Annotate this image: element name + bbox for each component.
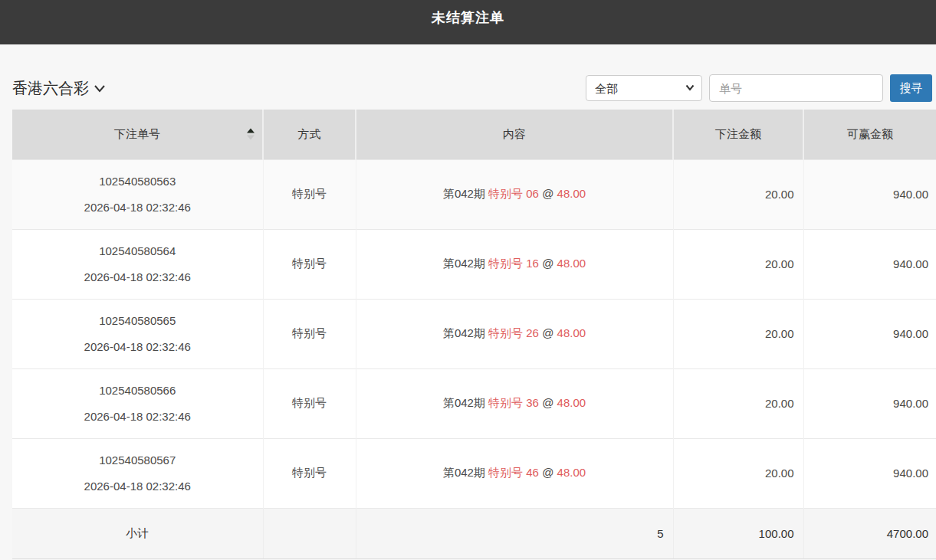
pick-label: 特别号 46 bbox=[488, 466, 539, 479]
odds-value: 48.00 bbox=[557, 396, 586, 409]
win-amount-cell: 940.00 bbox=[803, 229, 936, 299]
bet-id-cell: 102540580564 2026-04-18 02:32:46 bbox=[12, 229, 263, 299]
bet-id: 102540580564 bbox=[12, 238, 263, 264]
search-controls: 全部 搜寻 bbox=[586, 74, 932, 102]
bets-table: 下注单号 方式 内容 下注金额 可赢金额 102540580563 2026-0… bbox=[12, 110, 936, 559]
issue-label: 第042期 bbox=[443, 187, 485, 200]
bet-time: 2026-04-18 02:32:46 bbox=[12, 264, 263, 290]
method-cell: 特别号 bbox=[263, 159, 356, 229]
win-amount-cell: 940.00 bbox=[803, 159, 936, 229]
search-button[interactable]: 搜寻 bbox=[890, 74, 932, 102]
top-bar: 未结算注单 bbox=[0, 0, 936, 44]
filter-select-wrap: 全部 bbox=[586, 75, 702, 101]
odds-value: 48.00 bbox=[557, 257, 586, 270]
at-symbol: @ bbox=[542, 396, 553, 409]
bet-time: 2026-04-18 02:32:46 bbox=[12, 334, 263, 360]
bet-id: 102540580567 bbox=[12, 447, 263, 473]
subtotal-method-cell bbox=[263, 508, 356, 558]
pick-label: 特别号 36 bbox=[488, 396, 539, 409]
bet-id-cell: 102540580567 2026-04-18 02:32:46 bbox=[12, 438, 263, 508]
method-cell: 特别号 bbox=[263, 368, 356, 438]
at-symbol: @ bbox=[542, 326, 553, 339]
issue-label: 第042期 bbox=[443, 396, 485, 409]
filter-select[interactable]: 全部 bbox=[586, 75, 702, 101]
issue-label: 第042期 bbox=[443, 466, 485, 479]
bet-id-cell: 102540580566 2026-04-18 02:32:46 bbox=[12, 368, 263, 438]
subtotal-win-amount: 4700.00 bbox=[803, 508, 936, 558]
page-title: 未结算注单 bbox=[432, 8, 504, 27]
lottery-name: 香港六合彩 bbox=[12, 78, 89, 99]
content-cell: 第042期 特别号 26 @ 48.00 bbox=[356, 299, 673, 368]
content-cell: 第042期 特别号 06 @ 48.00 bbox=[356, 159, 673, 229]
column-header-bet-id-label: 下注单号 bbox=[114, 127, 160, 140]
bet-amount-cell: 20.00 bbox=[673, 368, 803, 438]
win-amount-cell: 940.00 bbox=[803, 368, 936, 438]
method-cell: 特别号 bbox=[263, 229, 356, 299]
bet-time: 2026-04-18 02:32:46 bbox=[12, 473, 263, 499]
bet-amount-cell: 20.00 bbox=[673, 299, 803, 368]
bet-id: 102540580566 bbox=[12, 378, 263, 404]
table-row: 102540580565 2026-04-18 02:32:46 特别号 第04… bbox=[12, 299, 936, 368]
chevron-down-icon bbox=[94, 84, 106, 93]
bet-id: 102540580563 bbox=[12, 169, 263, 195]
table-row: 102540580564 2026-04-18 02:32:46 特别号 第04… bbox=[12, 229, 936, 299]
bet-time: 2026-04-18 02:32:46 bbox=[12, 404, 263, 430]
bet-amount-cell: 20.00 bbox=[673, 438, 803, 508]
table-row: 102540580567 2026-04-18 02:32:46 特别号 第04… bbox=[12, 438, 936, 508]
lottery-selector[interactable]: 香港六合彩 bbox=[12, 78, 106, 99]
bet-time: 2026-04-18 02:32:46 bbox=[12, 195, 263, 221]
sort-icon[interactable] bbox=[247, 129, 255, 140]
column-header-bet-id[interactable]: 下注单号 bbox=[12, 110, 263, 159]
toolbar: 香港六合彩 全部 搜寻 bbox=[12, 74, 932, 102]
odds-value: 48.00 bbox=[557, 466, 586, 479]
issue-label: 第042期 bbox=[443, 326, 485, 339]
table-row: 102540580566 2026-04-18 02:32:46 特别号 第04… bbox=[12, 368, 936, 438]
method-cell: 特别号 bbox=[263, 299, 356, 368]
bet-id-cell: 102540580563 2026-04-18 02:32:46 bbox=[12, 159, 263, 229]
content-cell: 第042期 特别号 46 @ 48.00 bbox=[356, 438, 673, 508]
method-cell: 特别号 bbox=[263, 438, 356, 508]
subtotal-count: 5 bbox=[356, 508, 673, 558]
content-cell: 第042期 特别号 36 @ 48.00 bbox=[356, 368, 673, 438]
odds-value: 48.00 bbox=[557, 326, 586, 339]
table-row: 102540580563 2026-04-18 02:32:46 特别号 第04… bbox=[12, 159, 936, 229]
bet-id-cell: 102540580565 2026-04-18 02:32:46 bbox=[12, 299, 263, 368]
at-symbol: @ bbox=[542, 466, 553, 479]
bet-amount-cell: 20.00 bbox=[673, 229, 803, 299]
column-header-method: 方式 bbox=[263, 110, 356, 159]
column-header-win-amount: 可赢金额 bbox=[803, 110, 936, 159]
sort-asc-arrow bbox=[247, 129, 255, 133]
column-header-content: 内容 bbox=[356, 110, 673, 159]
table-header-row: 下注单号 方式 内容 下注金额 可赢金额 bbox=[12, 110, 936, 159]
at-symbol: @ bbox=[542, 187, 553, 200]
subtotal-row: 小计 5 100.00 4700.00 bbox=[12, 508, 936, 558]
content-cell: 第042期 特别号 16 @ 48.00 bbox=[356, 229, 673, 299]
bet-id: 102540580565 bbox=[12, 308, 263, 334]
pick-label: 特别号 26 bbox=[488, 326, 539, 339]
column-header-bet-amount: 下注金额 bbox=[673, 110, 803, 159]
at-symbol: @ bbox=[542, 257, 553, 270]
bet-amount-cell: 20.00 bbox=[673, 159, 803, 229]
sort-desc-arrow bbox=[247, 136, 255, 140]
pick-label: 特别号 06 bbox=[488, 187, 539, 200]
pick-label: 特别号 16 bbox=[488, 257, 539, 270]
odds-value: 48.00 bbox=[557, 187, 586, 200]
win-amount-cell: 940.00 bbox=[803, 438, 936, 508]
subtotal-bet-amount: 100.00 bbox=[673, 508, 803, 558]
order-number-input[interactable] bbox=[709, 74, 883, 102]
issue-label: 第042期 bbox=[443, 257, 485, 270]
win-amount-cell: 940.00 bbox=[803, 299, 936, 368]
subtotal-label: 小计 bbox=[12, 508, 263, 558]
bets-table-container: 下注单号 方式 内容 下注金额 可赢金额 102540580563 2026-0… bbox=[12, 110, 936, 559]
